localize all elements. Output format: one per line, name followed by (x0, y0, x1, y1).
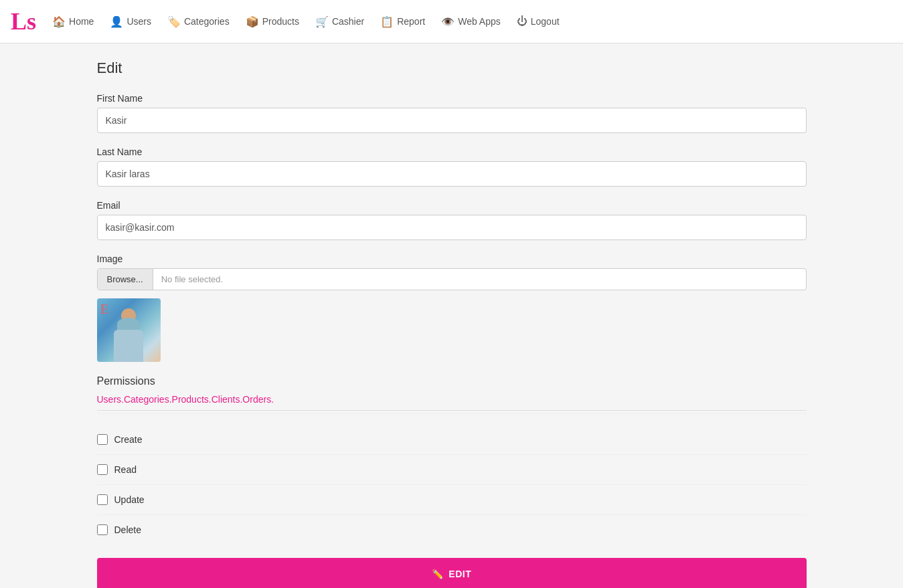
perm-tab-categories[interactable]: .Categories (121, 394, 169, 405)
permissions-section: Permissions Users .Categories .Products … (97, 375, 807, 545)
first-name-group: First Name (97, 93, 807, 133)
nav-logout-label: Logout (531, 16, 560, 27)
email-group: Email (97, 200, 807, 240)
cashier-icon: 🛒 (315, 15, 329, 28)
nav-report-label: Report (397, 16, 425, 27)
report-icon: 📋 (380, 15, 394, 28)
permissions-divider (97, 413, 807, 414)
main-content: Edit First Name Last Name Email Image Br… (84, 43, 820, 588)
read-checkbox-group: Read (97, 455, 807, 485)
nav-categories-label: Categories (184, 16, 230, 27)
read-checkbox[interactable] (97, 464, 108, 475)
last-name-input[interactable] (97, 161, 807, 187)
perm-tab-orders[interactable]: .Orders (240, 394, 271, 405)
last-name-group: Last Name (97, 146, 807, 187)
nav-webapps[interactable]: 👁️ Web Apps (434, 11, 507, 32)
image-label: Image (97, 254, 807, 264)
delete-checkbox[interactable] (97, 524, 108, 535)
nav-logout[interactable]: ⏻ Logout (510, 11, 566, 31)
nav-users-label: Users (127, 16, 151, 27)
nav-report[interactable]: 📋 Report (374, 11, 432, 32)
create-checkbox-group: Create (97, 425, 807, 455)
last-name-label: Last Name (97, 146, 807, 157)
first-name-label: First Name (97, 93, 807, 104)
nav-cashier-label: Cashier (332, 16, 364, 27)
edit-button-label: EDIT (448, 569, 471, 579)
nav-categories[interactable]: 🏷️ Categories (161, 11, 236, 32)
delete-checkbox-group: Delete (97, 515, 807, 545)
file-input-wrapper: Browse... No file selected. (97, 268, 807, 290)
nav-webapps-label: Web Apps (458, 16, 501, 27)
image-group: Image Browse... No file selected. E (97, 254, 807, 362)
read-label: Read (114, 464, 137, 475)
users-icon: 👤 (110, 15, 123, 28)
email-label: Email (97, 200, 807, 211)
permissions-title: Permissions (97, 375, 807, 387)
webapps-icon: 👁️ (441, 15, 455, 28)
logout-icon: ⏻ (517, 15, 527, 27)
products-icon: 📦 (246, 15, 259, 28)
image-preview: E (97, 298, 161, 362)
person-body (114, 330, 143, 362)
delete-label: Delete (114, 524, 141, 535)
perm-tab-clients[interactable]: .Clients (209, 394, 240, 405)
update-checkbox-group: Update (97, 485, 807, 515)
file-name-display: No file selected. (153, 269, 806, 290)
nav-products[interactable]: 📦 Products (239, 11, 306, 32)
nav-cashier[interactable]: 🛒 Cashier (309, 11, 371, 32)
update-checkbox[interactable] (97, 494, 108, 505)
create-checkbox[interactable] (97, 434, 108, 445)
permissions-tabs: Users .Categories .Products .Clients .Or… (97, 394, 807, 411)
nav-users[interactable]: 👤 Users (103, 11, 158, 32)
navbar: Ls 🏠 Home 👤 Users 🏷️ Categories 📦 Produc… (0, 0, 903, 43)
brand-logo: Ls (11, 9, 36, 33)
perm-tab-dot: . (271, 394, 274, 405)
nav-home-label: Home (69, 16, 94, 27)
preview-image: E (97, 298, 161, 362)
email-input[interactable] (97, 215, 807, 240)
perm-tab-products[interactable]: .Products (169, 394, 209, 405)
nav-home[interactable]: 🏠 Home (46, 11, 100, 32)
nav-products-label: Products (262, 16, 299, 27)
edit-icon: ✏️ (432, 569, 444, 579)
page-title: Edit (97, 60, 807, 77)
edit-button[interactable]: ✏️ EDIT (97, 558, 807, 588)
first-name-input[interactable] (97, 108, 807, 133)
create-label: Create (114, 434, 143, 445)
perm-tab-users[interactable]: Users (97, 394, 122, 405)
graffiti-decoration: E (100, 302, 109, 317)
update-label: Update (114, 494, 145, 505)
browse-button[interactable]: Browse... (98, 269, 153, 290)
home-icon: 🏠 (52, 15, 66, 28)
person-hood (117, 318, 140, 330)
categories-icon: 🏷️ (167, 15, 181, 28)
